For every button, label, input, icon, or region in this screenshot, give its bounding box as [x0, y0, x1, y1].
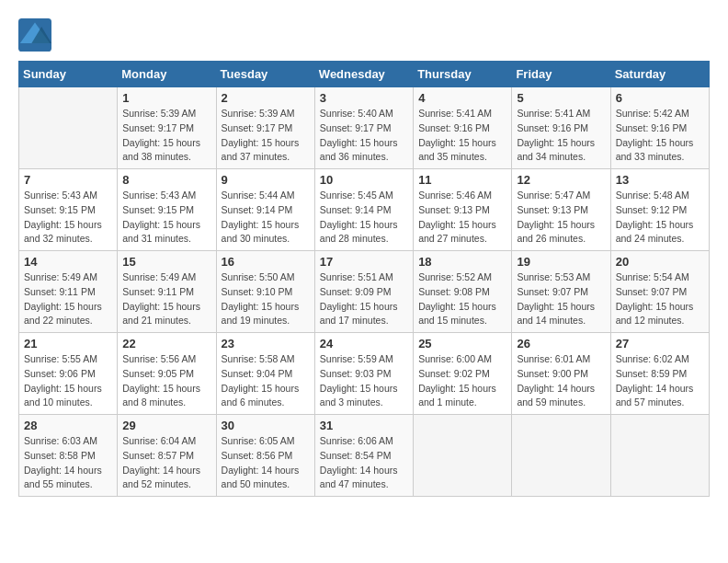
calendar-week-row: 28 Sunrise: 6:03 AM Sunset: 8:58 PM Dayl…	[19, 415, 710, 497]
daylight-text: Daylight: 15 hours and 35 minutes.	[418, 137, 496, 163]
sunrise-text: Sunrise: 5:51 AM	[320, 271, 393, 282]
day-info: Sunrise: 5:49 AM Sunset: 9:11 PM Dayligh…	[122, 270, 210, 328]
day-info: Sunrise: 5:45 AM Sunset: 9:14 PM Dayligh…	[320, 189, 408, 247]
calendar-week-row: 7 Sunrise: 5:43 AM Sunset: 9:15 PM Dayli…	[19, 169, 710, 251]
sunrise-text: Sunrise: 5:49 AM	[24, 271, 97, 282]
sunrise-text: Sunrise: 6:04 AM	[122, 435, 196, 446]
day-number: 18	[418, 255, 506, 269]
day-number: 15	[122, 255, 210, 269]
sunset-text: Sunset: 9:11 PM	[24, 286, 96, 297]
sunrise-text: Sunrise: 6:06 AM	[320, 435, 393, 446]
weekday-header: Friday	[512, 62, 610, 87]
calendar-cell: 26 Sunrise: 6:01 AM Sunset: 9:00 PM Dayl…	[512, 333, 610, 415]
daylight-text: Daylight: 15 hours and 3 minutes.	[320, 383, 398, 408]
daylight-text: Daylight: 15 hours and 27 minutes.	[418, 219, 496, 245]
day-number: 9	[222, 173, 310, 187]
sunset-text: Sunset: 9:00 PM	[517, 368, 588, 379]
day-info: Sunrise: 5:43 AM Sunset: 9:15 PM Dayligh…	[24, 189, 112, 247]
day-info: Sunrise: 6:03 AM Sunset: 8:58 PM Dayligh…	[24, 434, 112, 492]
calendar-cell: 27 Sunrise: 6:02 AM Sunset: 8:59 PM Dayl…	[610, 333, 709, 415]
calendar-cell: 3 Sunrise: 5:40 AM Sunset: 9:17 PM Dayli…	[314, 87, 413, 169]
daylight-text: Daylight: 15 hours and 15 minutes.	[418, 301, 496, 327]
sunset-text: Sunset: 9:16 PM	[517, 122, 588, 133]
calendar-cell: 19 Sunrise: 5:53 AM Sunset: 9:07 PM Dayl…	[512, 251, 610, 333]
day-info: Sunrise: 5:53 AM Sunset: 9:07 PM Dayligh…	[517, 270, 605, 328]
day-info: Sunrise: 5:43 AM Sunset: 9:15 PM Dayligh…	[122, 189, 210, 247]
header	[18, 18, 710, 52]
day-number: 12	[517, 173, 605, 187]
sunset-text: Sunset: 9:15 PM	[24, 204, 96, 215]
sunrise-text: Sunrise: 6:05 AM	[222, 435, 295, 446]
day-info: Sunrise: 5:52 AM Sunset: 9:08 PM Dayligh…	[418, 270, 506, 328]
sunrise-text: Sunrise: 5:43 AM	[122, 190, 196, 201]
day-info: Sunrise: 5:41 AM Sunset: 9:16 PM Dayligh…	[418, 107, 506, 165]
sunset-text: Sunset: 9:04 PM	[222, 368, 293, 379]
sunset-text: Sunset: 9:17 PM	[320, 122, 392, 133]
day-info: Sunrise: 5:48 AM Sunset: 9:12 PM Dayligh…	[616, 189, 704, 247]
sunrise-text: Sunrise: 5:56 AM	[122, 353, 196, 364]
daylight-text: Daylight: 15 hours and 17 minutes.	[320, 301, 398, 327]
calendar-cell: 23 Sunrise: 5:58 AM Sunset: 9:04 PM Dayl…	[216, 333, 314, 415]
day-info: Sunrise: 5:51 AM Sunset: 9:09 PM Dayligh…	[320, 270, 408, 328]
day-number: 31	[320, 419, 408, 432]
day-number: 28	[24, 419, 112, 432]
daylight-text: Daylight: 14 hours and 57 minutes.	[616, 383, 694, 408]
day-number: 2	[222, 91, 310, 105]
day-info: Sunrise: 6:00 AM Sunset: 9:02 PM Dayligh…	[418, 352, 506, 410]
sunset-text: Sunset: 9:10 PM	[222, 286, 293, 297]
day-info: Sunrise: 5:42 AM Sunset: 9:16 PM Dayligh…	[616, 107, 704, 165]
day-number: 21	[24, 337, 112, 350]
day-number: 16	[222, 255, 310, 269]
day-number: 29	[122, 419, 210, 432]
day-info: Sunrise: 5:41 AM Sunset: 9:16 PM Dayligh…	[517, 107, 605, 165]
calendar-cell: 10 Sunrise: 5:45 AM Sunset: 9:14 PM Dayl…	[314, 169, 413, 251]
sunrise-text: Sunrise: 5:39 AM	[122, 108, 196, 119]
daylight-text: Daylight: 15 hours and 22 minutes.	[24, 301, 102, 327]
sunset-text: Sunset: 9:17 PM	[222, 122, 293, 133]
daylight-text: Daylight: 15 hours and 38 minutes.	[122, 137, 200, 163]
calendar-cell	[512, 415, 610, 497]
sunrise-text: Sunrise: 5:47 AM	[517, 190, 590, 201]
calendar-cell: 1 Sunrise: 5:39 AM Sunset: 9:17 PM Dayli…	[118, 87, 216, 169]
calendar-cell: 12 Sunrise: 5:47 AM Sunset: 9:13 PM Dayl…	[512, 169, 610, 251]
sunset-text: Sunset: 9:17 PM	[122, 122, 194, 133]
calendar-cell: 2 Sunrise: 5:39 AM Sunset: 9:17 PM Dayli…	[216, 87, 314, 169]
calendar-cell: 20 Sunrise: 5:54 AM Sunset: 9:07 PM Dayl…	[610, 251, 709, 333]
sunrise-text: Sunrise: 5:50 AM	[222, 271, 295, 282]
calendar-cell: 14 Sunrise: 5:49 AM Sunset: 9:11 PM Dayl…	[19, 251, 118, 333]
sunset-text: Sunset: 9:14 PM	[320, 204, 392, 215]
sunrise-text: Sunrise: 5:55 AM	[24, 353, 97, 364]
calendar-cell	[19, 87, 118, 169]
sunset-text: Sunset: 9:07 PM	[616, 286, 688, 297]
day-number: 4	[418, 91, 506, 105]
sunrise-text: Sunrise: 6:00 AM	[418, 353, 492, 364]
daylight-text: Daylight: 14 hours and 50 minutes.	[222, 465, 300, 490]
sunset-text: Sunset: 9:03 PM	[320, 368, 392, 379]
calendar-cell: 30 Sunrise: 6:05 AM Sunset: 8:56 PM Dayl…	[216, 415, 314, 497]
day-info: Sunrise: 5:59 AM Sunset: 9:03 PM Dayligh…	[320, 352, 408, 410]
sunset-text: Sunset: 9:06 PM	[24, 368, 96, 379]
day-number: 23	[222, 337, 310, 350]
day-info: Sunrise: 5:54 AM Sunset: 9:07 PM Dayligh…	[616, 270, 704, 328]
weekday-header: Sunday	[19, 62, 118, 87]
day-number: 30	[222, 419, 310, 432]
sunset-text: Sunset: 8:56 PM	[222, 450, 293, 461]
day-info: Sunrise: 6:02 AM Sunset: 8:59 PM Dayligh…	[616, 352, 704, 410]
sunrise-text: Sunrise: 5:39 AM	[222, 108, 295, 119]
calendar-cell: 4 Sunrise: 5:41 AM Sunset: 9:16 PM Dayli…	[414, 87, 512, 169]
weekday-header: Wednesday	[314, 62, 413, 87]
daylight-text: Daylight: 15 hours and 34 minutes.	[517, 137, 595, 163]
sunrise-text: Sunrise: 5:53 AM	[517, 271, 590, 282]
logo-icon	[18, 18, 51, 52]
sunset-text: Sunset: 9:02 PM	[418, 368, 490, 379]
weekday-row: SundayMondayTuesdayWednesdayThursdayFrid…	[19, 62, 710, 87]
sunrise-text: Sunrise: 5:46 AM	[418, 190, 492, 201]
weekday-header: Tuesday	[216, 62, 314, 87]
sunset-text: Sunset: 9:08 PM	[418, 286, 490, 297]
calendar-cell: 25 Sunrise: 6:00 AM Sunset: 9:02 PM Dayl…	[414, 333, 512, 415]
sunset-text: Sunset: 9:07 PM	[517, 286, 588, 297]
calendar-cell: 28 Sunrise: 6:03 AM Sunset: 8:58 PM Dayl…	[19, 415, 118, 497]
sunset-text: Sunset: 8:54 PM	[320, 450, 392, 461]
calendar-cell	[414, 415, 512, 497]
daylight-text: Daylight: 15 hours and 8 minutes.	[122, 383, 200, 408]
